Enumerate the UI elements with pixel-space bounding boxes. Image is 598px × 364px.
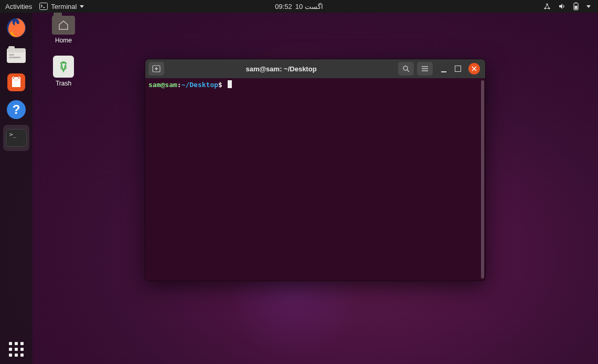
prompt-colon: : bbox=[177, 81, 181, 89]
search-icon bbox=[402, 65, 410, 72]
show-applications-button[interactable] bbox=[7, 340, 26, 359]
close-button[interactable] bbox=[468, 63, 480, 74]
desktop-icons: Home Trash bbox=[45, 16, 82, 87]
battery-icon bbox=[573, 2, 579, 10]
clock[interactable]: 09:52 اگست 10 bbox=[275, 3, 323, 10]
svg-point-20 bbox=[403, 66, 408, 70]
terminal-window: sam@sam: ~/Desktop sam@sam:~/Desktop$ bbox=[145, 59, 486, 281]
app-menu[interactable]: Terminal bbox=[39, 3, 84, 10]
software-icon bbox=[5, 71, 27, 93]
window-title: sam@sam: ~/Desktop bbox=[167, 65, 395, 73]
files-icon bbox=[5, 45, 27, 65]
app-menu-label: Terminal bbox=[51, 3, 77, 10]
dock-item-terminal[interactable] bbox=[3, 125, 29, 151]
desktop-icon-trash[interactable]: Trash bbox=[45, 56, 82, 87]
top-bar: Activities Terminal 09:52 اگست 10 bbox=[0, 0, 598, 13]
cursor bbox=[228, 80, 232, 88]
maximize-button[interactable] bbox=[455, 66, 461, 72]
volume-icon bbox=[558, 3, 565, 10]
clock-time: 09:52 bbox=[275, 3, 292, 10]
system-status-area[interactable] bbox=[543, 2, 598, 10]
network-icon bbox=[543, 3, 551, 10]
desktop-icon-home[interactable]: Home bbox=[45, 16, 82, 44]
trash-icon bbox=[53, 56, 74, 78]
activities-button[interactable]: Activities bbox=[5, 3, 32, 10]
desktop-icon-label: Home bbox=[55, 37, 72, 44]
svg-rect-7 bbox=[575, 6, 578, 9]
svg-text:?: ? bbox=[13, 102, 20, 116]
terminal-icon bbox=[6, 129, 27, 147]
search-button[interactable] bbox=[398, 62, 414, 76]
dock-item-files[interactable] bbox=[4, 43, 28, 67]
svg-rect-6 bbox=[575, 3, 577, 4]
close-icon bbox=[472, 66, 477, 71]
folder-icon bbox=[52, 16, 75, 35]
terminal-icon bbox=[39, 3, 48, 10]
scrollbar[interactable] bbox=[481, 80, 484, 279]
new-tab-button[interactable] bbox=[148, 62, 164, 76]
terminal-prompt-line: sam@sam:~/Desktop$ bbox=[145, 78, 485, 92]
dock-item-firefox[interactable] bbox=[4, 16, 28, 40]
svg-line-21 bbox=[407, 70, 409, 72]
hamburger-icon bbox=[421, 66, 429, 72]
firefox-icon bbox=[5, 17, 27, 39]
prompt-path: ~/Desktop bbox=[181, 81, 218, 89]
prompt-host: sam bbox=[165, 81, 177, 89]
menu-button[interactable] bbox=[417, 62, 433, 76]
prompt-user: sam bbox=[148, 81, 161, 89]
svg-rect-13 bbox=[9, 57, 20, 58]
svg-rect-0 bbox=[40, 3, 48, 10]
help-icon: ? bbox=[5, 99, 27, 121]
window-titlebar[interactable]: sam@sam: ~/Desktop bbox=[145, 59, 485, 78]
clock-date: اگست 10 bbox=[295, 3, 323, 10]
chevron-down-icon bbox=[80, 5, 84, 8]
desktop-icon-label: Trash bbox=[56, 80, 71, 87]
new-tab-icon bbox=[152, 65, 161, 72]
svg-rect-12 bbox=[9, 54, 14, 56]
dock-item-help[interactable]: ? bbox=[4, 98, 28, 122]
dock: ? bbox=[0, 13, 33, 364]
minimize-button[interactable] bbox=[440, 65, 447, 72]
chevron-down-icon bbox=[586, 5, 591, 8]
prompt-symbol: $ bbox=[218, 81, 222, 89]
dock-item-software[interactable] bbox=[4, 70, 28, 94]
svg-rect-11 bbox=[8, 46, 15, 49]
terminal-body[interactable]: sam@sam:~/Desktop$ bbox=[145, 78, 485, 281]
